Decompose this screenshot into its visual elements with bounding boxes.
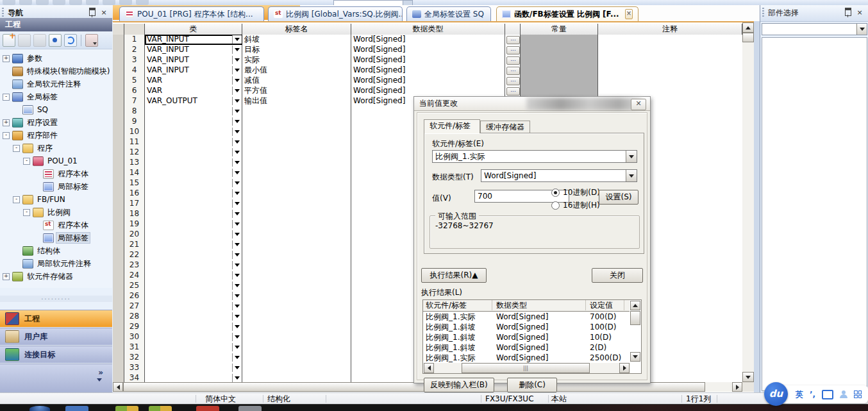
comment-cell[interactable] bbox=[598, 55, 742, 65]
row-number-cell[interactable]: 3 bbox=[124, 55, 145, 65]
label-name-cell[interactable] bbox=[242, 342, 351, 353]
label-name-cell[interactable] bbox=[242, 127, 351, 137]
grid-vscroll-thumb[interactable] bbox=[742, 33, 754, 42]
grid-scroll-left-icon[interactable] bbox=[113, 382, 123, 392]
parts-list-area[interactable] bbox=[762, 37, 867, 391]
property-icon[interactable] bbox=[49, 34, 62, 47]
label-name-cell[interactable] bbox=[242, 209, 351, 219]
radio-decimal[interactable]: 10进制(D) bbox=[551, 187, 600, 198]
ime-language-toggle[interactable]: 英 bbox=[796, 389, 803, 400]
label-name-cell[interactable] bbox=[242, 363, 351, 373]
dropdown-arrow-icon[interactable] bbox=[232, 302, 242, 310]
constant-cell[interactable] bbox=[521, 45, 598, 55]
row-number-cell[interactable]: 9 bbox=[124, 117, 145, 127]
class-cell[interactable] bbox=[145, 332, 242, 342]
label-name-cell[interactable]: 最小值 bbox=[242, 65, 351, 76]
dropdown-arrow-icon[interactable] bbox=[232, 240, 242, 249]
row-number-cell[interactable]: 24 bbox=[124, 271, 145, 281]
class-cell[interactable] bbox=[145, 230, 242, 240]
ellipsis-button[interactable]: ... bbox=[506, 77, 520, 85]
data-type-cell[interactable]: Word[Signed] bbox=[351, 45, 505, 55]
collapse-minus-icon[interactable]: - bbox=[3, 132, 10, 139]
class-cell[interactable] bbox=[145, 199, 242, 209]
dropdown-arrow-icon[interactable] bbox=[232, 35, 242, 44]
dropdown-arrow-icon[interactable] bbox=[232, 343, 242, 351]
pin-icon[interactable] bbox=[87, 8, 97, 18]
tree-item[interactable]: 特殊模块(智能功能模块) bbox=[3, 65, 111, 78]
comment-cell[interactable] bbox=[598, 35, 742, 45]
comment-cell[interactable] bbox=[598, 45, 742, 55]
tree-item[interactable]: -比例阀 bbox=[23, 206, 72, 219]
row-number-cell[interactable]: 19 bbox=[124, 219, 145, 230]
comment-cell[interactable] bbox=[598, 86, 742, 96]
tree-item[interactable]: 局部标签 bbox=[33, 180, 90, 193]
label-name-cell[interactable] bbox=[242, 250, 351, 260]
grid-vscroll-track[interactable] bbox=[742, 22, 754, 382]
row-number-cell[interactable]: 33 bbox=[124, 363, 145, 373]
label-name-cell[interactable] bbox=[242, 281, 351, 291]
data-type-cell[interactable]: Word[Signed] bbox=[351, 65, 505, 76]
dropdown-arrow-icon[interactable] bbox=[232, 97, 242, 105]
ime-keyboard-icon[interactable] bbox=[822, 390, 833, 399]
class-cell[interactable]: VAR_INPUT bbox=[145, 45, 242, 55]
taskbar-app-icon[interactable] bbox=[238, 406, 262, 411]
label-name-cell[interactable] bbox=[242, 353, 351, 363]
close-icon[interactable]: × bbox=[855, 8, 865, 18]
result-row[interactable]: 比例阀_1.斜坡Word[Signed]10(D) bbox=[423, 332, 630, 342]
close-button[interactable]: 关闭 bbox=[592, 268, 643, 283]
dropdown-arrow-icon[interactable] bbox=[232, 138, 242, 146]
start-orb-icon[interactable] bbox=[29, 406, 50, 411]
tree-item[interactable]: +参数 bbox=[3, 52, 44, 65]
new-item-icon[interactable] bbox=[3, 34, 15, 47]
document-tab[interactable]: POU_01 [PRG] 程序本体 [结构... bbox=[119, 6, 264, 21]
result-scroll-down-icon[interactable] bbox=[630, 352, 640, 362]
dropdown-arrow-icon[interactable] bbox=[232, 333, 242, 341]
row-number-cell[interactable]: 32 bbox=[124, 353, 145, 363]
class-cell[interactable] bbox=[145, 219, 242, 230]
tab-device-label[interactable]: 软元件/标签 bbox=[424, 119, 480, 133]
class-cell[interactable] bbox=[145, 117, 242, 127]
parts-filter-combo[interactable] bbox=[762, 23, 867, 35]
tree-item[interactable]: SQ bbox=[13, 103, 49, 116]
grid-scroll-up-icon[interactable] bbox=[742, 22, 754, 33]
dropdown-arrow-icon[interactable] bbox=[232, 251, 242, 259]
dropdown-arrow-icon[interactable] bbox=[232, 107, 242, 115]
label-name-cell[interactable] bbox=[242, 137, 351, 147]
label-name-cell[interactable] bbox=[242, 322, 351, 332]
class-cell[interactable] bbox=[145, 301, 242, 312]
dropdown-arrow-icon[interactable] bbox=[232, 374, 242, 382]
label-name-cell[interactable] bbox=[242, 291, 351, 301]
label-name-cell[interactable] bbox=[242, 106, 351, 117]
expand-plus-icon[interactable]: + bbox=[3, 55, 10, 62]
class-cell[interactable]: VAR bbox=[145, 76, 242, 86]
refresh-icon[interactable] bbox=[64, 34, 77, 47]
ellipsis-button[interactable]: ... bbox=[506, 46, 520, 55]
label-name-cell[interactable] bbox=[242, 199, 351, 209]
tree-item[interactable]: -FB/FUN bbox=[13, 193, 67, 206]
dropdown-arrow-icon[interactable] bbox=[232, 148, 242, 156]
dropdown-arrow-icon[interactable] bbox=[232, 87, 242, 95]
label-name-cell[interactable] bbox=[242, 117, 351, 127]
grid-scroll-right-icon[interactable] bbox=[732, 382, 742, 392]
result-scroll-up-icon[interactable] bbox=[630, 301, 640, 310]
row-number-cell[interactable]: 26 bbox=[124, 291, 145, 301]
ellipsis-button[interactable]: ... bbox=[506, 87, 520, 96]
tab-buffer-memory[interactable]: 缓冲存储器 bbox=[480, 121, 530, 133]
tree-item[interactable]: -POU_01 bbox=[23, 155, 79, 167]
detail-button-cell[interactable]: ... bbox=[505, 35, 521, 45]
switcher-user-library[interactable]: 用户库 bbox=[0, 328, 112, 345]
reflect-to-input-button[interactable]: 反映到输入栏(B) bbox=[424, 378, 494, 392]
switcher-project[interactable]: 工程 bbox=[0, 310, 112, 327]
constant-cell[interactable] bbox=[521, 35, 598, 45]
class-cell[interactable]: VAR_INPUT bbox=[145, 65, 242, 76]
dropdown-arrow-icon[interactable] bbox=[232, 271, 242, 280]
label-name-cell[interactable] bbox=[242, 332, 351, 342]
class-cell[interactable] bbox=[145, 281, 242, 291]
detail-button-cell[interactable]: ... bbox=[505, 45, 521, 55]
row-number-cell[interactable]: 21 bbox=[124, 240, 145, 250]
dropdown-arrow-icon[interactable] bbox=[232, 199, 242, 208]
dropdown-arrow-icon[interactable] bbox=[232, 56, 242, 64]
row-number-cell[interactable]: 22 bbox=[124, 250, 145, 260]
data-type-cell[interactable]: Word[Signed] bbox=[351, 55, 505, 65]
dropdown-arrow-icon[interactable] bbox=[232, 210, 242, 218]
